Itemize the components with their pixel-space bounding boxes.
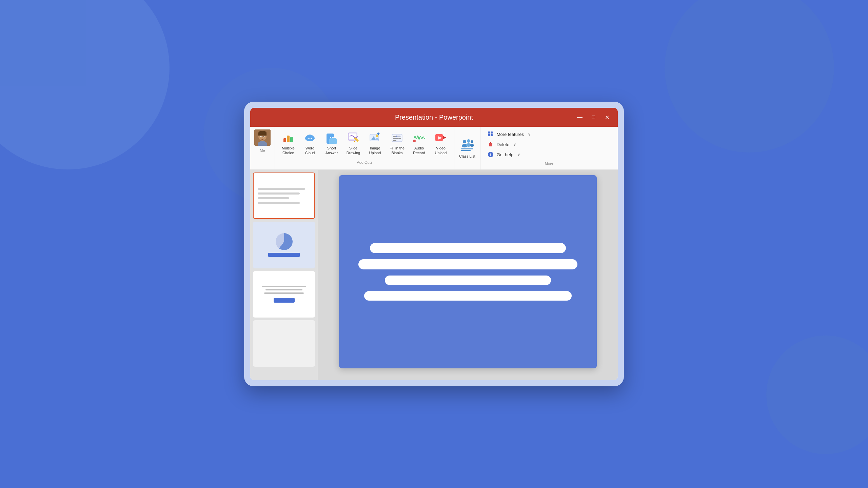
svg-rect-52 [461,150,471,151]
tool-video-upload[interactable]: VideoUpload [430,129,451,158]
slide-drawing-icon [347,131,360,144]
bg-decoration-3 [665,0,834,152]
get-help-arrow: ∨ [517,152,520,157]
slide-line [264,292,303,294]
svg-marker-29 [354,141,355,142]
svg-marker-43 [443,136,446,139]
me-section: Me [250,127,275,169]
slide-lines-group [258,286,310,294]
delete-item[interactable]: Delete ∨ [485,140,614,149]
fill-blanks-icon [390,131,404,144]
main-slide-area [318,170,618,380]
slide-bar-2 [358,259,577,269]
maximize-button[interactable]: □ [588,112,599,123]
slide-bar-blue [274,298,295,303]
svg-point-7 [263,136,264,137]
svg-rect-22 [329,138,337,144]
svg-point-47 [467,139,470,143]
slide-chart [276,233,293,250]
svg-point-41 [413,140,416,142]
more-features-item[interactable]: More features ∨ [485,129,614,139]
svg-rect-38 [398,138,401,139]
svg-point-24 [332,137,334,138]
tool-fill-blanks[interactable]: Fill in theBlanks [386,129,408,158]
slide-bar-3 [385,276,551,285]
slide-panel [250,170,318,380]
slide-bar [268,253,300,257]
svg-rect-59 [490,142,491,143]
svg-rect-51 [461,148,473,149]
svg-rect-37 [393,138,398,139]
delete-label: Delete [497,142,510,147]
delete-arrow: ∨ [513,142,516,147]
svg-point-33 [376,135,378,137]
svg-rect-40 [396,136,397,137]
me-label: Me [260,147,265,154]
info-icon: i [487,151,494,158]
tool-slide-drawing[interactable]: SlideDrawing [343,129,364,158]
get-help-label: Get help [497,152,513,157]
slide-line [258,197,289,199]
avatar-image [254,129,271,146]
bg-decoration-1 [0,0,170,169]
slide-thumbnail-1[interactable] [253,172,315,219]
slide-line [258,188,305,190]
tool-fill-blanks-label: Fill in theBlanks [390,146,405,156]
image-upload-icon [368,131,382,144]
svg-rect-58 [489,143,493,143]
get-help-item[interactable]: i Get help ∨ [485,150,614,159]
content-area [250,170,618,380]
trash-icon [487,141,494,148]
svg-rect-56 [491,134,493,136]
window-title: Presentation - Powerpoint [395,114,473,121]
slide-line [265,289,302,290]
minimize-button[interactable]: — [574,112,585,123]
slide-canvas [339,175,597,368]
svg-point-50 [470,144,474,147]
svg-point-23 [330,137,331,138]
bg-decoration-4 [766,336,868,454]
more-features-arrow: ∨ [528,132,531,137]
tool-image-upload[interactable]: ImageUpload [364,129,386,158]
svg-rect-55 [488,134,490,136]
tool-slide-drawing-label: SlideDrawing [347,146,360,156]
svg-rect-54 [491,131,493,134]
class-list-label: Class List [459,154,475,159]
slide-bar-4 [364,291,572,301]
class-list-section[interactable]: Class List [454,127,480,169]
svg-rect-12 [290,137,293,142]
tool-video-upload-label: VideoUpload [435,146,447,156]
tool-audio-record[interactable]: AudioRecord [409,129,430,158]
slide-thumbnail-3[interactable] [253,271,315,318]
svg-rect-39 [393,140,396,141]
svg-rect-53 [488,131,490,134]
svg-rect-10 [283,138,286,142]
svg-rect-3 [258,133,267,136]
slide-thumbnail-4[interactable] [253,320,315,367]
slide-line [258,202,300,204]
svg-point-8 [262,138,263,138]
avatar[interactable] [254,129,271,146]
more-features-label: More features [497,132,524,137]
close-button[interactable]: ✕ [601,112,612,123]
short-answer-icon [325,131,338,144]
bar-chart-icon [281,131,295,144]
tool-audio-record-label: AudioRecord [413,146,425,156]
audio-record-icon [412,131,426,144]
svg-point-18 [310,138,311,139]
svg-point-17 [308,138,309,139]
more-section: More features ∨ Delete ∨ [480,127,618,169]
class-list-icon [460,138,475,152]
slide-line [258,192,300,195]
tool-short-answer[interactable]: ShortAnswer [321,129,342,158]
tool-word-cloud[interactable]: WordCloud [299,129,320,158]
window-controls: — □ ✕ [574,112,612,123]
svg-point-49 [471,140,473,143]
tool-multiple-choice[interactable]: MultipleChoice [278,129,299,158]
svg-rect-11 [287,136,290,142]
svg-point-6 [261,136,261,137]
toolbar-items: MultipleChoice [275,127,454,160]
svg-point-45 [463,140,466,143]
slide-thumbnail-2[interactable] [253,222,315,268]
grid-icon [487,131,494,138]
